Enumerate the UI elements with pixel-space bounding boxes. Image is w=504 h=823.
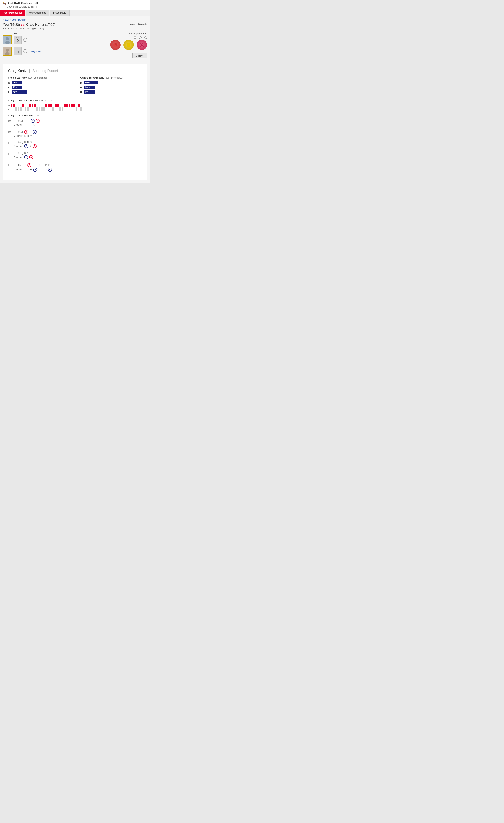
match-moves-1: Craig P P P R Opponent P P R S xyxy=(13,119,142,127)
player-row-opponent-wrapper: - - 0 Craig Kohtz xyxy=(3,47,110,56)
app-name: Red Bull Roshambull xyxy=(7,2,38,5)
radio-rock[interactable] xyxy=(134,36,136,39)
throw-paper[interactable] xyxy=(123,40,134,50)
loss-bar xyxy=(76,107,77,111)
lifetime-heading: Craig's Lifetime Record (over 37 matches… xyxy=(8,99,142,102)
you-score: 0 xyxy=(16,38,19,43)
match-moves-3: Craig R R S Opponent P R R xyxy=(13,141,142,149)
last5-heading: Craig's Last 5 Matches (2-3) xyxy=(8,114,142,117)
opponent-moves-2: Opponent S R P xyxy=(13,135,142,137)
match-result-1: W Craig P P P R Opponent P P R S xyxy=(8,119,142,127)
radio-paper[interactable] xyxy=(139,36,142,39)
win-bar xyxy=(22,104,24,107)
scouting-card: Craig Kohtz | Scouting Report Craig's 1s… xyxy=(3,64,147,180)
svg-line-13 xyxy=(140,45,142,47)
first-throw-bar-r: R 29% xyxy=(8,81,69,85)
circle-R: R xyxy=(33,144,37,148)
scouting-title: Craig Kohtz | Scouting Report xyxy=(8,69,142,73)
opponent-link[interactable]: Craig Kohtz xyxy=(30,50,41,53)
win-bar xyxy=(48,104,50,107)
you-row-label: You xyxy=(14,32,110,35)
submit-button[interactable]: Submit xyxy=(132,53,147,58)
match-moves-5: Craig P R P R S R P R Opponent P S xyxy=(13,163,142,172)
win-bar xyxy=(45,104,47,107)
loss-bar xyxy=(20,107,22,111)
throw-history-block: Craig's Throw History (over 148 throws) … xyxy=(80,76,142,95)
throw-history-bar-p: P 30% xyxy=(80,86,142,89)
win-bar xyxy=(66,104,68,107)
match-history-note: You are 4-10 in past matches against Cra… xyxy=(3,27,147,30)
result-letter-3: L xyxy=(8,142,11,145)
match-result-4: L Craig R S Opponent P R xyxy=(8,152,142,160)
tab-matches[interactable]: Your Matches (3) xyxy=(0,10,25,16)
first-throw-block: Craig's 1st Throw (over 38 matches) R 29… xyxy=(8,76,69,95)
lifetime-chart: W xyxy=(8,104,142,111)
loss-bar xyxy=(36,107,38,111)
loss-bar xyxy=(27,107,29,111)
main-content: back to your match list You (15-20) vs. … xyxy=(0,16,150,183)
choose-throw-label: Choose your throw xyxy=(128,32,147,35)
scouting-pipe: | xyxy=(29,69,31,73)
throw-radio-row xyxy=(134,36,147,39)
player-row-opponent: - - 0 Craig Kohtz xyxy=(3,47,110,56)
svg-rect-10 xyxy=(113,44,114,46)
win-bar xyxy=(50,104,52,107)
svg-line-14 xyxy=(142,45,144,47)
svg-line-15 xyxy=(141,43,142,45)
throw-radio-paper[interactable] xyxy=(139,36,142,39)
craig-moves-3: Craig R R S xyxy=(13,141,142,144)
win-bar xyxy=(71,104,73,107)
circle-P: P xyxy=(48,168,52,172)
wager: Wager: 20 creds xyxy=(130,23,147,25)
circle-P: P xyxy=(24,155,28,159)
opponent-score: 0 xyxy=(16,50,19,54)
bull-icon: 🐂 xyxy=(2,2,6,5)
match-header: You (15-20) vs. Craig Kohtz (17-20) Wage… xyxy=(3,23,147,27)
avatar-opponent xyxy=(3,47,12,56)
throw-scissors[interactable] xyxy=(137,40,147,50)
win-bar xyxy=(29,104,31,107)
last5-section: Craig's Last 5 Matches (2-3) W Craig P P… xyxy=(8,114,142,172)
match-result-2: W Craig R R S Opponent S R P xyxy=(8,130,142,138)
throw-rock[interactable] xyxy=(110,40,120,50)
craig-moves-5: Craig P R P R S R P R xyxy=(13,163,142,167)
craig-moves-4: Craig R S xyxy=(13,152,142,155)
loss-bar xyxy=(15,107,17,111)
win-bar xyxy=(69,104,70,107)
scouting-subtitle: Scouting Report xyxy=(32,69,58,73)
match-moves-4: Craig R S Opponent P R xyxy=(13,152,142,160)
loss-bar xyxy=(41,107,43,111)
circle-R: R xyxy=(24,130,28,134)
svg-rect-8 xyxy=(115,43,116,45)
opponent-radio[interactable] xyxy=(23,49,27,53)
loss-bar xyxy=(18,107,19,111)
throw-radio-rock[interactable] xyxy=(134,36,136,39)
win-label: W xyxy=(8,104,10,106)
radio-scissors[interactable] xyxy=(145,36,147,39)
circle-R: R xyxy=(36,119,40,123)
tab-challenges[interactable]: Your Challenges xyxy=(26,10,49,16)
result-letter-1: W xyxy=(8,120,11,123)
you-record: (15-20) xyxy=(10,23,20,26)
loss-bars xyxy=(11,107,82,111)
win-bar xyxy=(55,104,56,107)
back-link[interactable]: back to your match list xyxy=(3,19,26,21)
opponent-record: (17-20) xyxy=(45,23,55,26)
first-throw-bar-p: P 29% xyxy=(8,86,69,89)
match-title: You (15-20) vs. Craig Kohtz (17-20) xyxy=(3,23,55,27)
tab-leaderboard[interactable]: Leaderboard xyxy=(50,10,70,16)
opponent-moves-1: Opponent P P R S xyxy=(13,124,142,126)
opponent-moves-5: Opponent P S P P S R P P xyxy=(13,168,142,172)
avatar-you xyxy=(3,35,12,44)
loss-label: L xyxy=(8,108,10,110)
you-radio[interactable] xyxy=(23,38,27,42)
opponent-moves-3: Opponent P R R xyxy=(13,144,142,148)
opponent-moves-4: Opponent P R xyxy=(13,155,142,159)
win-bar xyxy=(13,104,15,107)
score-box-you: - - 0 xyxy=(14,36,22,44)
loss-bar xyxy=(43,107,45,111)
throw-radio-scissors[interactable] xyxy=(145,36,147,39)
players-section: You - - 0 xyxy=(3,32,110,57)
tab-bar: Your Matches (3) Your Challenges Leaderb… xyxy=(0,10,150,16)
player-row-you: - - 0 xyxy=(3,35,110,44)
